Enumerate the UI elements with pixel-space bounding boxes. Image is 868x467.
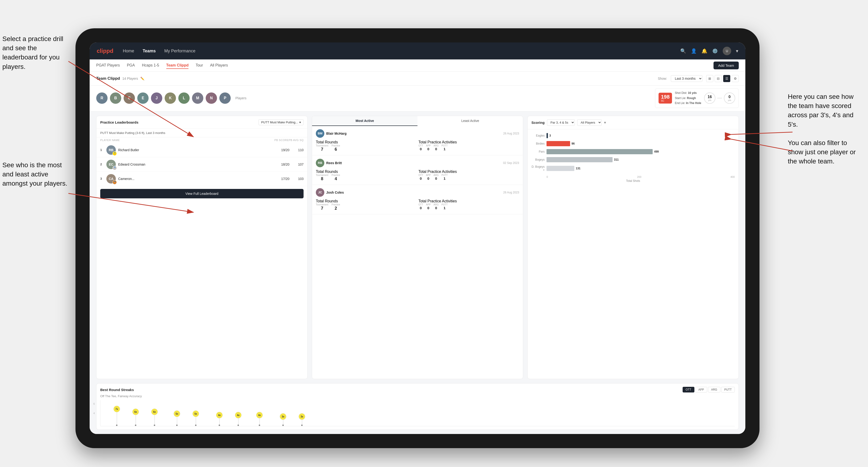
chart-bar-pars bbox=[547, 149, 653, 154]
player-avatar-6[interactable]: K bbox=[165, 92, 176, 104]
tab-most-active[interactable]: Most Active bbox=[312, 116, 417, 126]
nav-link-home[interactable]: Home bbox=[123, 48, 134, 55]
leaderboard-player-3[interactable]: 3 CA 🥉 Cameron... 17/20 103 bbox=[96, 172, 307, 186]
team-title-group: Team Clippd 14 Players ✏️ bbox=[96, 76, 144, 81]
streak-pin-label-4x-1: 4x bbox=[216, 412, 223, 418]
chart-bar-dbogeys bbox=[547, 166, 574, 171]
tab-least-active[interactable]: Least Active bbox=[417, 116, 523, 126]
pa-rounds-label-3: Total Rounds bbox=[316, 199, 338, 203]
dropdown-chevron-icon: ▾ bbox=[299, 121, 301, 124]
bell-icon[interactable]: 🔔 bbox=[702, 48, 707, 54]
player-avatar-9[interactable]: N bbox=[206, 92, 217, 104]
view-icon-list[interactable]: ☰ bbox=[723, 75, 730, 82]
scoring-header: Scoring Par 3, 4 & 5s All Players ▾ bbox=[528, 116, 739, 129]
leaderboard-card-header: Practice Leaderboards PUTT Must Make Put… bbox=[96, 116, 307, 129]
nav-link-teams[interactable]: Teams bbox=[143, 48, 156, 55]
streak-pin-label-3x-2: 3x bbox=[299, 413, 305, 420]
streak-pin-dot-5 bbox=[195, 425, 196, 426]
streak-pin-line-2 bbox=[135, 415, 136, 425]
sub-nav-tour[interactable]: Tour bbox=[195, 62, 203, 69]
player-avatar-10[interactable]: P bbox=[219, 92, 231, 104]
chart-bar-container-dbogeys: 131 bbox=[547, 166, 735, 171]
add-team-button[interactable]: Add Team bbox=[714, 62, 739, 69]
sub-nav-hcaps[interactable]: Hcaps 1-5 bbox=[142, 62, 159, 69]
streak-pin-6x-2: 6x bbox=[151, 408, 158, 426]
sub-nav-all-players[interactable]: All Players bbox=[210, 62, 228, 69]
player-avatar-7[interactable]: L bbox=[178, 92, 190, 104]
pa-activities-group-1: Total Practice Activities OTT 0 APP 0 bbox=[418, 140, 519, 152]
streak-pin-label-6x-2: 6x bbox=[151, 408, 158, 415]
show-period-select[interactable]: Last 3 months bbox=[671, 75, 703, 82]
settings-icon[interactable]: ⚙️ bbox=[712, 48, 718, 54]
streaks-title: Best Round Streaks bbox=[100, 388, 134, 392]
total-shots-label: Total Shots bbox=[531, 179, 735, 184]
team-header-right: Show: Last 3 months ⊞ ⊟ ☰ ⚙ bbox=[658, 75, 739, 82]
streak-filter-arg[interactable]: ARG bbox=[708, 387, 720, 393]
streak-pin-dot-4 bbox=[176, 425, 178, 426]
profile-icon[interactable]: 👤 bbox=[691, 48, 697, 54]
chart-bar-container-pars: 499 bbox=[547, 149, 735, 154]
active-tabs: Most Active Least Active bbox=[312, 116, 523, 126]
player-avatar-2[interactable]: B bbox=[110, 92, 121, 104]
player-avatar-3[interactable]: C bbox=[124, 92, 135, 104]
streaks-section: Best Round Streaks OTT APP ARG PUTT Off … bbox=[96, 383, 739, 430]
streak-filter-ott[interactable]: OTT bbox=[683, 387, 694, 393]
chart-row-birdies: Birdies 96 bbox=[531, 141, 735, 146]
edit-icon[interactable]: ✏️ bbox=[140, 76, 144, 81]
shot-details: Shot Dist: 16 yds Start Lie: Rough End L… bbox=[675, 91, 701, 106]
chart-label-pars: Pars bbox=[531, 150, 545, 153]
streak-pin-label-7x: 7x bbox=[114, 406, 120, 412]
streak-pin-3x-2: 3x bbox=[299, 413, 305, 426]
nav-link-performance[interactable]: My Performance bbox=[164, 48, 195, 55]
sub-nav-pgat[interactable]: PGAT Players bbox=[96, 62, 120, 69]
player-avatar-8[interactable]: M bbox=[192, 92, 203, 104]
streak-pin-line-4 bbox=[177, 417, 177, 425]
streak-pin-6x-1: 6x bbox=[132, 408, 139, 426]
sub-nav-team-clippd[interactable]: Team Clippd bbox=[166, 62, 189, 69]
pa-practice-stats-1: OTT 0 APP 0 ARG 0 bbox=[418, 144, 519, 151]
leaderboard-player-2[interactable]: 2 EC 🥈 Edward Crossman 18/20 107 bbox=[96, 157, 307, 172]
pa-stats-3: Total Rounds Tournament 7 Practice 2 bbox=[316, 199, 519, 211]
lb-rank-3: 3 bbox=[100, 177, 104, 181]
view-icon-grid2[interactable]: ⊟ bbox=[715, 75, 722, 82]
chart-bar-birdies bbox=[547, 141, 570, 146]
sub-nav-pga[interactable]: PGA bbox=[127, 62, 135, 69]
view-icon-settings[interactable]: ⚙ bbox=[732, 75, 739, 82]
streak-pin-line-5 bbox=[196, 417, 196, 425]
col-player-name: PLAYER NAME bbox=[100, 139, 274, 142]
view-icons: ⊞ ⊟ ☰ ⚙ bbox=[706, 75, 739, 82]
chart-label-birdies: Birdies bbox=[531, 142, 545, 145]
pa-rounds-label-2: Total Rounds bbox=[316, 169, 338, 174]
player-filter-select[interactable]: All Players bbox=[577, 119, 602, 126]
show-label: Show: bbox=[658, 76, 667, 81]
streak-pin-dot-9 bbox=[282, 425, 284, 426]
nav-links: Home Teams My Performance bbox=[123, 48, 680, 55]
chart-bar-container-eagles: 3 bbox=[547, 133, 735, 138]
pa-practice-stats-2: OTT 0 APP 0 ARG 0 bbox=[418, 174, 519, 181]
view-full-leaderboard-button[interactable]: View Full Leaderboard bbox=[100, 189, 304, 198]
leaderboard-columns: PLAYER NAME PB SCORE PB AVG SQ bbox=[96, 137, 307, 143]
view-icon-grid4[interactable]: ⊞ bbox=[706, 75, 713, 82]
streak-pin-5x-2: 5x bbox=[192, 410, 199, 426]
player-avatar-1[interactable]: R bbox=[96, 92, 107, 104]
player-activity-1: BM Blair McHarg 26 Aug 2023 Total Rounds… bbox=[312, 126, 523, 155]
pa-stat-row-3: Tournament 7 Practice 2 bbox=[316, 203, 416, 211]
par-filter-select[interactable]: Par 3, 4 & 5s bbox=[547, 119, 575, 126]
drill-selector[interactable]: PUTT Must Make Putting... ▾ bbox=[258, 119, 304, 125]
scoring-dropdown-icon[interactable]: ▾ bbox=[604, 120, 606, 125]
player-avatar-4[interactable]: E bbox=[137, 92, 149, 104]
pa-practice-3: Practice 2 bbox=[332, 203, 340, 211]
leaderboard-player-1[interactable]: 1 RB 🥇 Richard Butler 19/20 110 bbox=[96, 143, 307, 157]
main-content: Team Clippd 14 Players ✏️ Show: Last 3 m… bbox=[90, 72, 745, 434]
streak-filter-putt[interactable]: PUTT bbox=[721, 387, 735, 393]
dropdown-icon[interactable]: ▾ bbox=[736, 48, 738, 54]
pa-header-1: BM Blair McHarg 26 Aug 2023 bbox=[316, 129, 519, 138]
streak-pin-4x-3: 4x bbox=[256, 412, 263, 426]
gold-medal-icon: 🥇 bbox=[113, 151, 117, 156]
streak-filter-app[interactable]: APP bbox=[695, 387, 707, 393]
pa-putt-3: PUTT 1 bbox=[441, 203, 448, 210]
player-avatar-5[interactable]: J bbox=[151, 92, 162, 104]
search-icon[interactable]: 🔍 bbox=[680, 48, 686, 54]
user-avatar[interactable]: U bbox=[723, 47, 731, 55]
streak-pin-label-5x-1: 5x bbox=[174, 410, 180, 417]
